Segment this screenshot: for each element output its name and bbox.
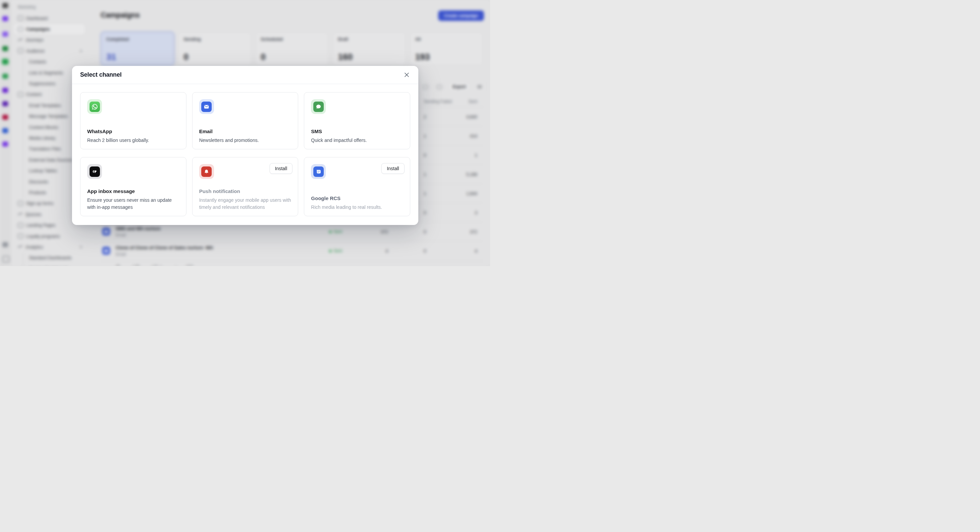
email-icon [199,99,214,114]
app-inbox-icon [87,164,102,179]
channel-name: Push notification [199,188,291,194]
channel-card-push-notification[interactable]: Install Push notification Instantly enga… [192,157,299,216]
google-rcs-icon [311,164,326,179]
channel-description: Newsletters and promotions. [199,137,291,144]
install-button-rcs[interactable]: Install [381,163,404,174]
modal-header: Select channel [72,66,418,84]
channel-card-google-rcs[interactable]: Install Google RCS Rich media leading to… [304,157,410,216]
channel-grid: WhatsApp Reach 2 billion users globally.… [72,84,418,225]
channel-description: Quick and impactful offers. [311,137,403,144]
whatsapp-icon [87,99,102,114]
push-notification-icon [199,164,214,179]
channel-name: Email [199,129,291,134]
select-channel-modal: Select channel WhatsApp Reach 2 billion … [72,66,418,225]
modal-title: Select channel [80,71,121,78]
channel-description: Rich media leading to real results. [311,204,403,211]
channel-description: Instantly engage your mobile app users w… [199,197,291,211]
channel-description: Ensure your users never miss an update w… [87,197,180,211]
channel-name: WhatsApp [87,129,180,134]
channel-description: Reach 2 billion users globally. [87,137,180,144]
channel-name: Google RCS [311,195,403,201]
install-button-push[interactable]: Install [270,163,293,174]
channel-name: SMS [311,129,403,134]
channel-card-whatsapp[interactable]: WhatsApp Reach 2 billion users globally. [80,92,186,149]
channel-card-sms[interactable]: SMS Quick and impactful offers. [304,92,410,149]
sms-icon [311,99,326,114]
channel-card-email[interactable]: Email Newsletters and promotions. [192,92,299,149]
channel-card-app-inbox[interactable]: App inbox message Ensure your users neve… [80,157,186,216]
channel-name: App inbox message [87,188,180,194]
close-icon[interactable] [403,71,410,79]
